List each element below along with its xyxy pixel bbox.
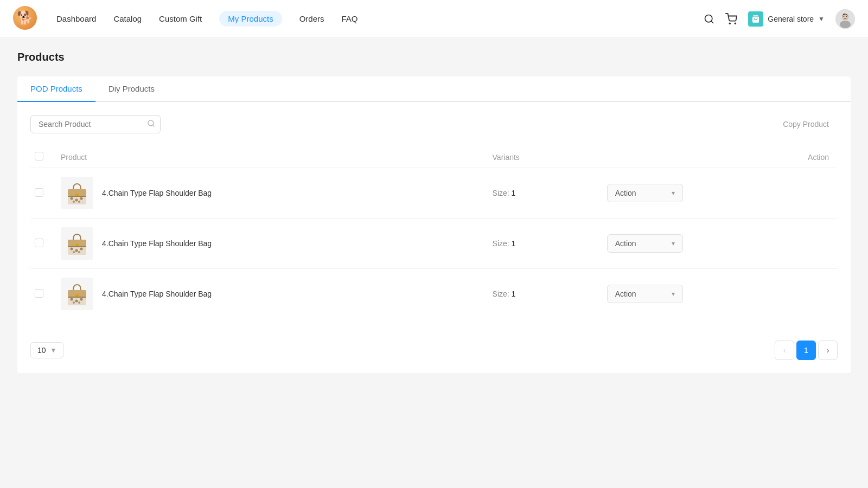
- page-title: Products: [17, 51, 851, 63]
- row-variants-cell: Size: 1: [484, 168, 598, 219]
- row-checkbox-cell: [30, 168, 52, 219]
- pagination-bar: 10 ▼ ‹ 1 ›: [30, 332, 838, 360]
- svg-point-26: [75, 249, 78, 252]
- svg-point-37: [73, 301, 75, 304]
- store-name: General store: [768, 15, 814, 23]
- row-action-cell: Action ▾: [598, 168, 838, 219]
- action-label-0: Action: [615, 189, 636, 197]
- row-product-name-2: 4.Chain Type Flap Shoulder Bag: [102, 290, 212, 298]
- action-dropdown-0[interactable]: Action ▾: [607, 184, 683, 202]
- svg-point-2: [730, 23, 731, 24]
- search-wrapper: [30, 115, 161, 133]
- toolbar: Copy Product: [30, 115, 838, 133]
- action-dropdown-2[interactable]: Action ▾: [607, 285, 683, 303]
- col-action: Action: [598, 146, 838, 168]
- svg-point-28: [73, 251, 75, 253]
- table-row: 4.Chain Type Flap Shoulder Bag Size: 1 A…: [30, 168, 838, 219]
- nav-dashboard[interactable]: Dashboard: [56, 12, 96, 25]
- product-image-1: [61, 227, 93, 260]
- col-checkbox: [30, 146, 52, 168]
- tab-diy-products[interactable]: Diy Products: [95, 76, 168, 102]
- col-variants: Variants: [484, 146, 598, 168]
- pagination-controls: ‹ 1 ›: [775, 341, 838, 360]
- svg-point-7: [840, 21, 851, 28]
- nav-faq[interactable]: FAQ: [341, 12, 358, 25]
- logo[interactable]: 🐕: [13, 6, 39, 32]
- row-checkbox-0[interactable]: [35, 188, 43, 197]
- search-icon[interactable]: [704, 14, 714, 24]
- row-action-cell: Action ▾: [598, 269, 838, 319]
- svg-point-38: [78, 301, 80, 304]
- svg-rect-15: [68, 196, 86, 197]
- row-product-name-0: 4.Chain Type Flap Shoulder Bag: [102, 189, 212, 197]
- action-label-1: Action: [615, 239, 636, 248]
- action-chevron-2: ▾: [672, 290, 675, 298]
- search-button[interactable]: [147, 119, 155, 129]
- row-action-cell: Action ▾: [598, 219, 838, 269]
- product-image-2: [61, 278, 93, 310]
- prev-icon: ‹: [783, 346, 786, 355]
- svg-point-10: [846, 16, 847, 17]
- store-bag-icon: [748, 11, 763, 27]
- header: 🐕 Dashboard Catalog Custom Gift My Produ…: [0, 0, 868, 38]
- row-checkbox-cell: [30, 269, 52, 319]
- search-input[interactable]: [30, 115, 161, 133]
- table-row: 4.Chain Type Flap Shoulder Bag Size: 1 A…: [30, 269, 838, 319]
- svg-line-12: [152, 125, 154, 126]
- svg-point-27: [80, 247, 83, 250]
- svg-rect-39: [75, 294, 79, 297]
- svg-rect-30: [75, 244, 79, 246]
- svg-point-25: [71, 247, 73, 250]
- svg-point-34: [71, 298, 73, 300]
- store-selector[interactable]: General store ▼: [748, 11, 825, 27]
- nav-catalog[interactable]: Catalog: [113, 12, 142, 25]
- action-chevron-1: ▾: [672, 240, 675, 247]
- table-row: 4.Chain Type Flap Shoulder Bag Size: 1 A…: [30, 219, 838, 269]
- svg-point-36: [80, 298, 83, 300]
- action-dropdown-1[interactable]: Action ▾: [607, 234, 683, 253]
- svg-point-19: [73, 201, 75, 203]
- store-dropdown-icon: ▼: [818, 15, 825, 23]
- row-checkbox-2[interactable]: [35, 289, 43, 298]
- cart-icon[interactable]: [725, 13, 737, 25]
- row-checkbox-1[interactable]: [35, 239, 43, 247]
- svg-point-35: [75, 299, 78, 302]
- row-variants-cell: Size: 1: [484, 269, 598, 319]
- action-chevron-0: ▾: [672, 189, 675, 197]
- page-size-chevron: ▼: [50, 346, 57, 354]
- page-1-button[interactable]: 1: [796, 341, 816, 360]
- row-product-cell: 4.Chain Type Flap Shoulder Bag: [52, 269, 484, 319]
- svg-point-18: [80, 197, 83, 200]
- svg-line-1: [711, 21, 713, 23]
- tab-pod-products[interactable]: POD Products: [17, 76, 95, 102]
- next-page-button[interactable]: ›: [818, 341, 838, 360]
- tabs-container: POD Products Diy Products: [17, 76, 851, 102]
- avatar[interactable]: [835, 9, 855, 29]
- col-product: Product: [52, 146, 484, 168]
- main-nav: Dashboard Catalog Custom Gift My Product…: [56, 11, 704, 27]
- nav-orders[interactable]: Orders: [299, 12, 324, 25]
- svg-rect-33: [68, 297, 86, 298]
- product-image-0: [61, 177, 93, 209]
- svg-point-3: [735, 23, 736, 24]
- products-table: Product Variants Action: [30, 146, 838, 319]
- select-all-checkbox[interactable]: [35, 152, 43, 160]
- prev-page-button[interactable]: ‹: [775, 341, 794, 360]
- main-content: Products POD Products Diy Products Copy …: [0, 38, 868, 488]
- svg-point-16: [71, 197, 73, 200]
- header-right: General store ▼: [704, 9, 855, 29]
- page-size-select[interactable]: 10 ▼: [30, 342, 63, 358]
- svg-rect-21: [75, 194, 79, 196]
- row-variants-cell: Size: 1: [484, 219, 598, 269]
- row-product-cell: 4.Chain Type Flap Shoulder Bag: [52, 168, 484, 219]
- row-checkbox-cell: [30, 219, 52, 269]
- page-size-value: 10: [37, 346, 46, 355]
- copy-product-button[interactable]: Copy Product: [774, 115, 838, 133]
- content-panel: Copy Product Product Variants Action: [17, 102, 851, 373]
- nav-custom-gift[interactable]: Custom Gift: [159, 12, 202, 25]
- nav-my-products[interactable]: My Products: [219, 11, 282, 27]
- svg-point-17: [75, 198, 78, 201]
- next-icon: ›: [827, 346, 829, 355]
- svg-rect-24: [68, 246, 86, 247]
- action-label-2: Action: [615, 290, 636, 298]
